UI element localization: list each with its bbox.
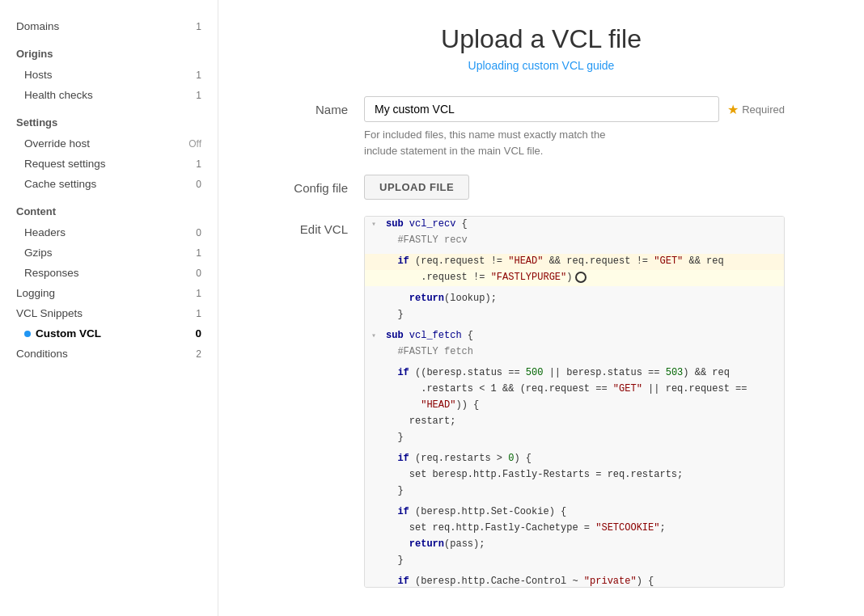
code-line: } (365, 553, 784, 569)
code-line: ▾ sub vcl_recv { (365, 217, 784, 233)
sidebar-item-conditions-label: Conditions (16, 348, 68, 360)
sidebar-item-override-host-value: Off (188, 138, 201, 150)
edit-vcl-row: Edit VCL ▾ sub vcl_recv { #FASTLY recv i… (267, 216, 815, 588)
name-label: Name (267, 96, 364, 116)
sidebar-item-override-host[interactable]: Override host Off (0, 133, 218, 154)
sidebar-item-request-settings-count: 1 (196, 158, 201, 170)
name-input[interactable] (364, 96, 719, 122)
code-line: ▾ sub vcl_fetch { (365, 328, 784, 344)
sidebar-item-gzips-count: 1 (196, 247, 201, 259)
sidebar-item-gzips[interactable]: Gzips 1 (0, 243, 218, 263)
sidebar-item-responses-label: Responses (24, 267, 79, 279)
sidebar-item-vcl-snippets-count: 1 (196, 308, 201, 319)
sidebar-section-origins: Origins (0, 43, 218, 65)
sidebar-item-vcl-snippets-label: VCL Snippets (16, 307, 83, 319)
required-star-icon: ★ (727, 102, 739, 117)
code-editor[interactable]: ▾ sub vcl_recv { #FASTLY recv if (req.re… (364, 216, 785, 588)
page-subtitle: Uploading custom VCL guide (267, 59, 815, 72)
config-file-row: Config file UPLOAD FILE (267, 175, 815, 200)
main-content: Upload a VCL file Uploading custom VCL g… (218, 0, 864, 616)
sidebar-item-headers-label: Headers (24, 226, 66, 238)
sidebar-item-responses[interactable]: Responses 0 (0, 263, 218, 283)
sidebar-item-logging-count: 1 (196, 288, 201, 299)
sidebar-item-responses-count: 0 (196, 268, 201, 279)
collapse-arrow-icon[interactable]: ▾ (371, 217, 381, 231)
code-line: set beresp.http.Fastly-Restarts = req.re… (365, 467, 784, 483)
sidebar-item-cache-settings-label: Cache settings (24, 178, 96, 190)
required-badge: ★ Required (727, 102, 785, 117)
code-line-cursor: .request != "FASTLYPURGE") (365, 270, 784, 286)
cursor-indicator-icon (575, 272, 587, 283)
sidebar-item-cache-settings[interactable]: Cache settings 0 (0, 174, 218, 194)
code-line: return(lookup); (365, 291, 784, 307)
sidebar-item-gzips-label: Gzips (24, 247, 53, 259)
code-line: } (365, 430, 784, 446)
sidebar-item-vcl-snippets[interactable]: VCL Snippets 1 (0, 303, 218, 323)
upload-file-button[interactable]: UPLOAD FILE (364, 175, 469, 200)
code-line: "HEAD")) { (365, 398, 784, 414)
sidebar-section-settings: Settings (0, 112, 218, 133)
config-file-label: Config file (267, 175, 364, 195)
page-title: Upload a VCL file (267, 24, 815, 54)
code-line: } (365, 307, 784, 323)
sidebar-section-content: Content (0, 200, 218, 222)
sidebar-item-domains-count: 1 (196, 21, 201, 32)
code-line: } (365, 483, 784, 500)
code-line: #FASTLY fetch (365, 344, 784, 361)
code-line: if ((beresp.status == 500 || beresp.stat… (365, 365, 784, 382)
sidebar-item-domains-label: Domains (16, 20, 59, 32)
sidebar-item-logging-label: Logging (16, 287, 55, 299)
sidebar-item-custom-vcl-label: Custom VCL (36, 327, 101, 340)
code-line: if (req.restarts > 0) { (365, 451, 784, 467)
sidebar-item-logging[interactable]: Logging 1 (0, 283, 218, 303)
sidebar: Domains 1 Origins Hosts 1 Health checks … (0, 0, 218, 616)
sidebar-item-request-settings-label: Request settings (24, 158, 106, 170)
sidebar-item-conditions-count: 2 (196, 348, 201, 360)
sidebar-item-headers-count: 0 (196, 227, 201, 238)
name-row: Name ★ Required For included files, this… (267, 96, 815, 158)
code-line: restart; (365, 414, 784, 430)
required-label: Required (742, 103, 785, 116)
custom-vcl-dot: Custom VCL (24, 327, 101, 340)
sidebar-item-hosts-count: 1 (196, 70, 201, 81)
sidebar-item-health-checks[interactable]: Health checks 1 (0, 85, 218, 105)
code-line: return(pass); (365, 537, 784, 553)
sidebar-item-health-checks-label: Health checks (24, 89, 93, 101)
form-hint: For included files, this name must exact… (364, 127, 785, 158)
name-field: ★ Required For included files, this name… (364, 96, 785, 158)
code-line: if (beresp.http.Set-Cookie) { (365, 504, 784, 521)
sidebar-item-custom-vcl[interactable]: Custom VCL 0 (0, 323, 218, 344)
code-line: set req.http.Fastly-Cachetype = "SETCOOK… (365, 521, 784, 537)
edit-vcl-label: Edit VCL (267, 216, 364, 236)
sidebar-item-headers[interactable]: Headers 0 (0, 222, 218, 243)
code-line: if (beresp.http.Cache-Control ~ "private… (365, 574, 784, 588)
code-line: #FASTLY recv (365, 233, 784, 249)
sidebar-item-health-checks-count: 1 (196, 90, 201, 101)
sidebar-item-conditions[interactable]: Conditions 2 (0, 344, 218, 364)
page-subtitle-link[interactable]: Uploading custom VCL guide (468, 59, 615, 72)
config-file-field: UPLOAD FILE (364, 175, 785, 200)
sidebar-item-request-settings[interactable]: Request settings 1 (0, 154, 218, 174)
sidebar-item-hosts[interactable]: Hosts 1 (0, 65, 218, 85)
sidebar-item-custom-vcl-count: 0 (195, 327, 201, 340)
sidebar-item-override-host-label: Override host (24, 137, 90, 150)
sidebar-item-domains[interactable]: Domains 1 (0, 16, 218, 36)
collapse-arrow-vcl-fetch-icon[interactable]: ▾ (371, 328, 381, 343)
sidebar-item-hosts-label: Hosts (24, 69, 53, 81)
sidebar-item-cache-settings-count: 0 (196, 179, 201, 190)
code-line: .restarts < 1 && (req.request == "GET" |… (365, 382, 784, 398)
code-content: sub vcl_recv { (386, 217, 777, 232)
code-line-highlighted: if (req.request != "HEAD" && req.request… (365, 254, 784, 270)
